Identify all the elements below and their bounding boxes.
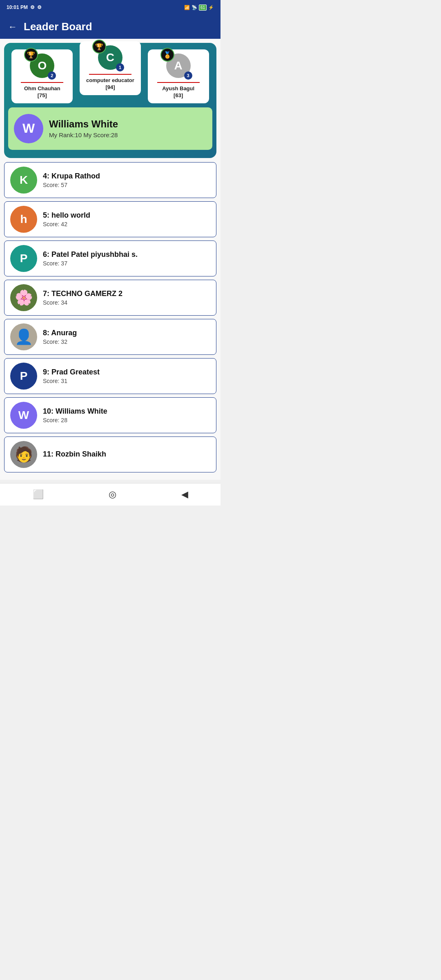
list-name: 5: hello world: [43, 211, 90, 220]
list-info: 8: Anurag Score: 32: [43, 329, 77, 345]
nav-back-button[interactable]: ◀: [181, 489, 188, 500]
my-card: W Williams White My Rank:10 My Score:28: [8, 107, 212, 150]
list-avatar: h: [10, 206, 37, 233]
list-item: 🌸 7: TECHNO GAMERZ 2 Score: 34: [4, 280, 216, 316]
list-item: h 5: hello world Score: 42: [4, 201, 216, 237]
podium-second-divider: [21, 82, 63, 83]
list-score: Score: 34: [43, 299, 122, 306]
list-item: K 4: Krupa Rathod Score: 57: [4, 162, 216, 198]
list-name: 6: Patel Patel piyushbhai s.: [43, 250, 138, 259]
my-info: Williams White My Rank:10 My Score:28: [49, 118, 118, 138]
my-name: Williams White: [49, 118, 118, 130]
nav-square-button[interactable]: ⬜: [33, 489, 44, 500]
status-right: 📶 📡 61 ⚡: [184, 4, 214, 11]
podium-third-rank: 3: [184, 71, 192, 80]
podium-first-divider: [89, 74, 131, 75]
main-content: O 🏆 2 Ohm Chauhan [75] C 🏆: [0, 39, 220, 480]
list-name: 4: Krupa Rathod: [43, 172, 100, 180]
podium-third-avatar-wrap: A 🏅 3: [166, 53, 191, 78]
list-score: Score: 57: [43, 182, 100, 188]
list-name: 9: Prad Greatest: [43, 368, 100, 376]
podium-third: A 🏅 3 Ayush Bagul [63]: [148, 49, 209, 103]
list-score: Score: 28: [43, 417, 107, 423]
leaderboard-list: K 4: Krupa Rathod Score: 57 h 5: hello w…: [4, 162, 216, 472]
list-avatar: P: [10, 363, 37, 390]
podium-second-rank: 2: [48, 71, 56, 80]
podium-second-avatar-wrap: O 🏆 2: [30, 53, 54, 78]
podium-first-name: computer educator [94]: [84, 77, 137, 91]
podium-top3: O 🏆 2 Ohm Chauhan [75] C 🏆: [8, 49, 212, 103]
page-title: Leader Board: [24, 20, 92, 33]
list-info: 9: Prad Greatest Score: 31: [43, 368, 100, 384]
list-info: 5: hello world Score: 42: [43, 211, 90, 227]
list-info: 6: Patel Patel piyushbhai s. Score: 37: [43, 250, 138, 267]
my-stats: My Rank:10 My Score:28: [49, 131, 118, 138]
podium-first-rank: 1: [116, 63, 124, 71]
list-avatar: 🌸: [10, 284, 37, 311]
list-item: P 9: Prad Greatest Score: 31: [4, 358, 216, 394]
list-avatar: W: [10, 402, 37, 429]
list-score: Score: 42: [43, 221, 90, 227]
settings2-icon: ⚙: [37, 4, 42, 10]
status-left: 10:01 PM ⚙ ⚙: [7, 4, 42, 10]
podium-container: O 🏆 2 Ohm Chauhan [75] C 🏆: [4, 43, 216, 158]
list-avatar: K: [10, 167, 37, 194]
time: 10:01 PM: [7, 4, 28, 10]
list-name: 7: TECHNO GAMERZ 2: [43, 290, 122, 298]
wifi-icon: 📡: [192, 5, 197, 10]
header: ← Leader Board: [0, 15, 220, 39]
podium-third-trophy: 🏅: [160, 48, 174, 62]
list-info: 4: Krupa Rathod Score: 57: [43, 172, 100, 188]
status-bar: 10:01 PM ⚙ ⚙ 📶 📡 61 ⚡: [0, 0, 220, 15]
list-name: 10: Williams White: [43, 407, 107, 416]
podium-first: C 🏆 1 computer educator [94]: [80, 41, 141, 95]
podium-second: O 🏆 2 Ohm Chauhan [75]: [11, 49, 73, 103]
podium-third-divider: [157, 82, 200, 83]
list-avatar: 🧑: [10, 441, 37, 468]
list-score: Score: 31: [43, 378, 100, 384]
charging-icon: ⚡: [208, 5, 214, 10]
battery: 61: [199, 4, 207, 11]
list-score: Score: 32: [43, 339, 77, 345]
list-info: 10: Williams White Score: 28: [43, 407, 107, 423]
list-item: P 6: Patel Patel piyushbhai s. Score: 37: [4, 241, 216, 276]
list-name: 11: Rozbin Shaikh: [43, 450, 106, 459]
list-avatar: 👤: [10, 323, 37, 350]
podium-first-trophy: 🏆: [92, 40, 106, 53]
list-info: 11: Rozbin Shaikh: [43, 450, 106, 459]
list-name: 8: Anurag: [43, 329, 77, 337]
nav-bar: ⬜ ◎ ◀: [0, 483, 220, 506]
list-avatar: P: [10, 245, 37, 272]
my-avatar: W: [14, 114, 43, 143]
list-score: Score: 37: [43, 260, 138, 267]
signal-icon: 📶: [184, 5, 190, 10]
settings-icon: ⚙: [30, 4, 35, 10]
nav-home-button[interactable]: ◎: [109, 489, 116, 500]
list-item: 🧑 11: Rozbin Shaikh: [4, 437, 216, 472]
list-info: 7: TECHNO GAMERZ 2 Score: 34: [43, 290, 122, 306]
podium-first-avatar-wrap: C 🏆 1: [98, 45, 122, 70]
podium-second-name: Ohm Chauhan [75]: [16, 85, 69, 99]
back-button[interactable]: ←: [8, 22, 17, 32]
list-item: 👤 8: Anurag Score: 32: [4, 319, 216, 355]
list-item: W 10: Williams White Score: 28: [4, 397, 216, 433]
podium-third-name: Ayush Bagul [63]: [152, 85, 205, 99]
